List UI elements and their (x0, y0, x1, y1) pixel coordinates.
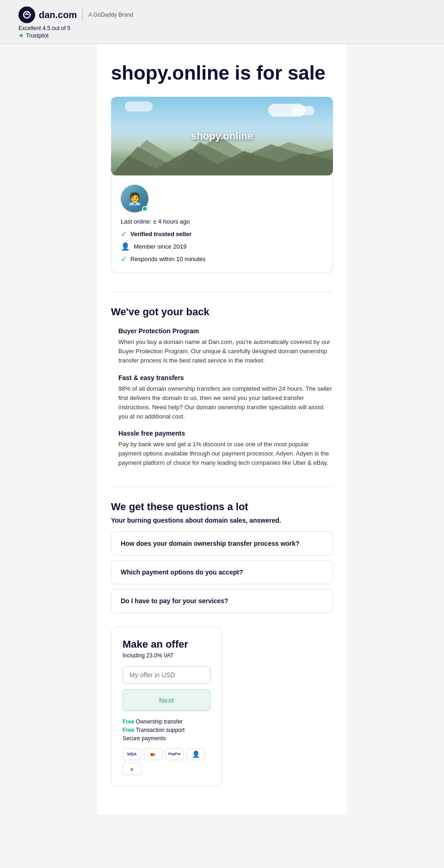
logo-text: dan.com (39, 10, 77, 20)
protection-title: We've got your back (111, 306, 333, 318)
feature-desc-3: Pay by bank wire and get a 1% discount o… (118, 440, 333, 468)
offer-title: Make an offer (123, 638, 210, 650)
feature-item-3: Hassle free payments Pay by bank wire an… (118, 430, 333, 468)
crypto-icon: ● (123, 763, 141, 775)
rating-text: Excellent 4.5 out of 5 (18, 25, 426, 31)
offer-section: Make an offer Including 23.0% VAT Next F… (111, 627, 222, 787)
free-label-2: Free (123, 727, 134, 733)
page-title: shopy.online is for sale (111, 62, 333, 84)
feature-item-1: Buyer Protection Program When you buy a … (118, 327, 333, 365)
feature-text-1: Ownership transfer (136, 718, 183, 725)
free-label-1: Free (123, 718, 134, 725)
faq-section: We get these questions a lot Your burnin… (111, 501, 333, 613)
member-since: Member since 2019 (134, 243, 186, 250)
godaddy-brand: A GoDaddy Brand (88, 12, 133, 18)
seller-card: 🧑‍💼 Last online: ± 4 hours ago ✓ Verifie… (111, 175, 333, 273)
online-indicator (142, 206, 148, 212)
faq-subtitle: Your burning questions about domain sale… (111, 517, 333, 524)
features-list: Buyer Protection Program When you buy a … (111, 327, 333, 468)
faq-item-1[interactable]: How does your domain ownership transfer … (111, 531, 333, 556)
faq-question-3: Do I have to pay for your services? (121, 597, 228, 605)
faq-question-2: Which payment options do you accept? (121, 568, 243, 576)
feature-text-3: Secure payments (123, 735, 166, 742)
verified-label: Verified trusted seller (130, 231, 191, 237)
dan-logo[interactable]: dan.com (18, 6, 77, 23)
mastercard-icon: ●● (144, 748, 162, 760)
feature-title-1: Buyer Protection Program (118, 327, 333, 335)
verified-icon: ✓ (121, 230, 127, 238)
domain-image-card: shopy.online (111, 97, 333, 175)
svg-point-0 (24, 12, 30, 18)
payment-icons: VISA ●● PayPal 👤 ● (123, 748, 210, 775)
feature-item-2: Fast & easy transfers 98% of all domain … (118, 374, 333, 422)
vat-label: Including 23.0% VAT (123, 652, 210, 659)
main-content: shopy.online is for sale shopy.online (97, 44, 347, 814)
feature-title-2: Fast & easy transfers (118, 374, 333, 381)
feature-desc-1: When you buy a domain name at Dan.com, y… (118, 337, 333, 365)
offer-feature-2: Free Transaction support (123, 727, 210, 733)
response-time: Responds within 10 minutes (130, 256, 206, 262)
response-icon: ✓ (121, 255, 127, 263)
site-header: dan.com A GoDaddy Brand Excellent 4.5 ou… (0, 0, 444, 44)
offer-input[interactable] (123, 666, 210, 684)
last-online: Last online: ± 4 hours ago (121, 218, 323, 225)
offer-feature-1: Free Ownership transfer (123, 718, 210, 725)
offer-features: Free Ownership transfer Free Transaction… (123, 718, 210, 742)
paypal-icon: PayPal (165, 748, 184, 760)
faq-question-1: How does your domain ownership transfer … (121, 540, 300, 547)
trustpilot-label: Trustpilot (26, 32, 49, 39)
feature-title-3: Hassle free payments (118, 430, 333, 437)
domain-name-overlay: shopy.online (191, 130, 253, 142)
offer-feature-3: Secure payments (123, 735, 210, 742)
faq-title: We get these questions a lot (111, 501, 333, 513)
faq-item-2[interactable]: Which payment options do you accept? (111, 560, 333, 584)
faq-item-3[interactable]: Do I have to pay for your services? (111, 589, 333, 613)
next-button[interactable]: Next (123, 689, 210, 711)
feature-text-2: Transaction support (136, 727, 185, 733)
member-icon: 👤 (121, 242, 130, 251)
divider-1 (111, 292, 333, 292)
divider-2 (111, 487, 333, 487)
visa-icon: VISA (123, 748, 141, 760)
transfer-icon: 👤 (186, 748, 205, 760)
protection-section: We've got your back Buyer Protection Pro… (111, 306, 333, 468)
feature-desc-2: 98% of all domain ownership transfers ar… (118, 384, 333, 422)
